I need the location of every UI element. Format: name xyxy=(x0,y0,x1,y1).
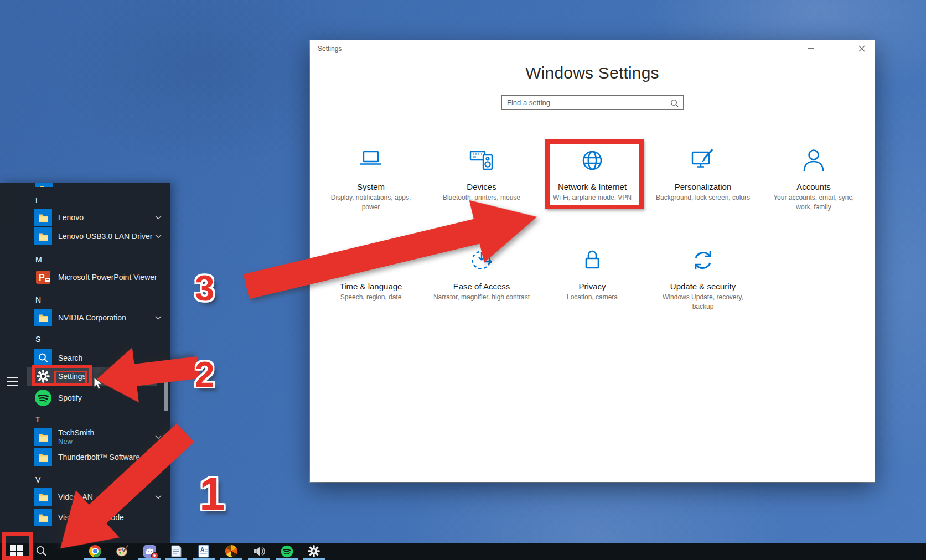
chevron-down-icon[interactable] xyxy=(155,215,162,220)
titlebar[interactable]: Settings xyxy=(310,40,875,57)
start-menu-item-nvidia[interactable]: NVIDIA Corporation xyxy=(34,308,162,327)
tile-personalization[interactable]: Personalization Background, lock screen,… xyxy=(650,146,756,212)
lock-icon xyxy=(577,245,608,276)
tile-accounts[interactable]: Accounts Your accounts, email, sync, wor… xyxy=(761,146,867,212)
search-input[interactable] xyxy=(502,96,683,109)
annotation-step-3: 3 xyxy=(195,271,215,306)
page-title: Windows Settings xyxy=(310,64,875,82)
svg-text:A: A xyxy=(200,547,204,553)
minimize-button[interactable] xyxy=(798,40,824,57)
annotation-box-settings-label xyxy=(54,371,87,385)
svg-text:P: P xyxy=(39,273,45,282)
folder-icon xyxy=(34,448,52,466)
tile-privacy[interactable]: Privacy Location, camera xyxy=(539,245,645,312)
laptop-icon xyxy=(355,146,386,177)
personalization-icon xyxy=(687,146,718,177)
search-icon[interactable] xyxy=(670,99,679,108)
folder-icon xyxy=(34,227,52,245)
section-letter-L[interactable]: L xyxy=(35,195,40,206)
mouse-cursor xyxy=(93,377,105,390)
screen: Settings Windows Settings xyxy=(0,0,926,560)
annotation-step-2: 2 xyxy=(195,357,215,392)
start-menu-item-lenovo[interactable]: Lenovo xyxy=(34,208,162,227)
folder-icon xyxy=(34,488,52,506)
new-badge: New xyxy=(58,438,94,446)
chevron-down-icon[interactable] xyxy=(155,234,162,238)
taskbar-spotify-icon[interactable] xyxy=(280,545,293,558)
volume-icon[interactable] xyxy=(252,545,266,558)
window-title: Settings xyxy=(318,45,342,53)
paint-icon[interactable] xyxy=(116,545,129,558)
close-icon xyxy=(858,45,865,52)
annotation-step-1: 1 xyxy=(199,470,225,517)
chevron-down-icon[interactable] xyxy=(155,495,162,499)
section-letter-V[interactable]: V xyxy=(35,474,40,485)
maximize-button[interactable] xyxy=(824,40,849,57)
ball-icon[interactable] xyxy=(225,545,238,558)
annotation-box-network-tile xyxy=(545,139,644,209)
start-menu-item-techsmith[interactable]: TechSmith New xyxy=(34,427,162,448)
sync-icon xyxy=(687,245,718,276)
section-letter-M[interactable]: M xyxy=(35,254,42,265)
taskbar: A xyxy=(0,543,926,560)
tile-ease-of-access[interactable]: Ease of Access Narrator, magnifier, high… xyxy=(428,245,535,312)
wordpad-icon[interactable]: A xyxy=(197,545,210,558)
hamburger-icon[interactable] xyxy=(7,377,19,390)
section-letter-T[interactable]: T xyxy=(35,414,40,425)
notepad-icon[interactable] xyxy=(169,545,183,558)
window-controls xyxy=(798,40,875,57)
folder-icon-partial xyxy=(35,183,53,187)
folder-icon xyxy=(34,309,52,326)
folder-icon xyxy=(34,428,52,446)
folder-icon xyxy=(34,209,52,226)
start-menu-item-lenovo-usb[interactable]: Lenovo USB3.0 LAN Driver xyxy=(34,227,162,246)
tile-system[interactable]: System Display, notifications, apps, pow… xyxy=(318,146,424,212)
taskbar-settings-gear-icon[interactable] xyxy=(307,545,320,558)
item-label: TechSmith xyxy=(58,428,94,437)
discord-icon[interactable] xyxy=(143,545,156,558)
start-menu-item-powerpoint-viewer[interactable]: P Microsoft PowerPoint Viewer xyxy=(34,268,162,287)
powerpoint-icon: P xyxy=(34,268,52,286)
taskbar-search-icon[interactable] xyxy=(35,545,48,558)
find-a-setting-searchbox xyxy=(501,95,684,110)
chevron-down-icon[interactable] xyxy=(155,315,162,320)
person-icon xyxy=(798,146,829,177)
devices-icon xyxy=(466,146,497,177)
tile-update-security[interactable]: Update & security Windows Update, recove… xyxy=(650,245,756,312)
annotation-box-start-button xyxy=(2,532,33,560)
section-letter-S[interactable]: S xyxy=(35,334,40,345)
close-button[interactable] xyxy=(849,40,875,57)
spotify-icon xyxy=(34,389,52,407)
section-letter-N[interactable]: N xyxy=(35,294,41,305)
